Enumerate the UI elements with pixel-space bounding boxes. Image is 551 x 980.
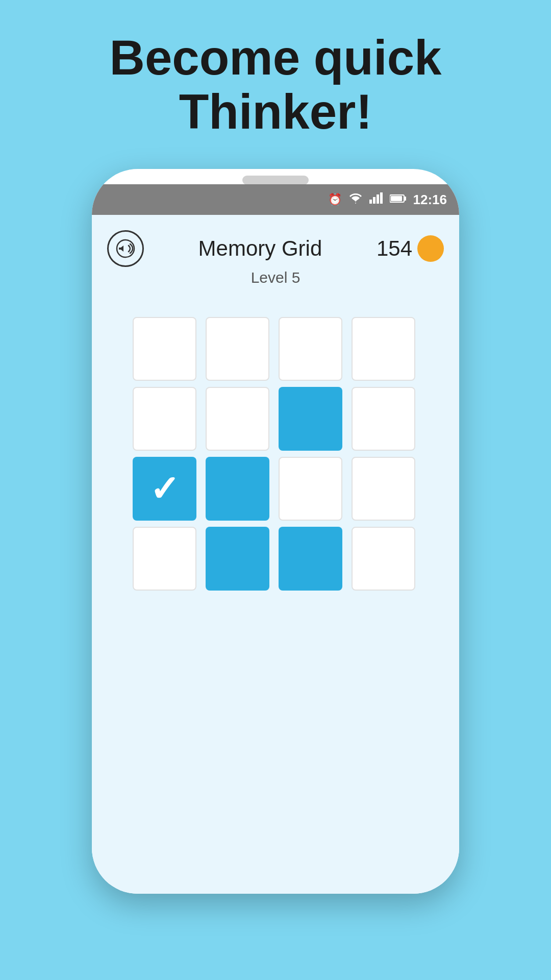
svg-rect-3 bbox=[380, 192, 383, 204]
grid-cell[interactable] bbox=[279, 317, 342, 381]
grid-cell[interactable] bbox=[352, 317, 415, 381]
battery-icon bbox=[390, 193, 406, 206]
phone-mockup: ⏰ 12:16 bbox=[92, 169, 459, 894]
app-header: Memory Grid 154 bbox=[107, 230, 444, 267]
app-title: Memory Grid bbox=[198, 236, 322, 261]
grid-cell[interactable] bbox=[352, 457, 415, 521]
checkmark-icon: ✓ bbox=[149, 471, 180, 507]
headline: Become quick Thinker! bbox=[110, 31, 442, 138]
headline-line2: Thinker! bbox=[110, 85, 442, 139]
grid-cell[interactable] bbox=[206, 387, 269, 451]
grid-cell[interactable] bbox=[133, 317, 196, 381]
svg-rect-5 bbox=[404, 197, 406, 201]
grid-cell[interactable] bbox=[279, 387, 342, 451]
status-bar: ⏰ 12:16 bbox=[92, 184, 459, 215]
svg-rect-0 bbox=[369, 200, 372, 204]
grid-cell[interactable] bbox=[206, 527, 269, 591]
memory-grid: ✓ bbox=[133, 317, 418, 591]
headline-line1: Become quick bbox=[110, 31, 442, 85]
coin-icon bbox=[417, 235, 444, 262]
grid-cell[interactable] bbox=[133, 387, 196, 451]
grid-cell[interactable] bbox=[133, 527, 196, 591]
app-content: Memory Grid 154 Level 5 ✓ bbox=[92, 215, 459, 894]
svg-rect-1 bbox=[373, 197, 375, 204]
alarm-icon: ⏰ bbox=[328, 193, 342, 206]
svg-rect-2 bbox=[377, 194, 379, 204]
grid-cell[interactable] bbox=[206, 457, 269, 521]
grid-cell[interactable] bbox=[279, 457, 342, 521]
level-label: Level 5 bbox=[251, 269, 300, 286]
svg-rect-6 bbox=[391, 196, 402, 201]
grid-cell[interactable] bbox=[352, 527, 415, 591]
sound-button[interactable] bbox=[107, 230, 144, 267]
phone-top-bar bbox=[92, 169, 459, 184]
status-time: 12:16 bbox=[413, 192, 447, 208]
grid-cell[interactable] bbox=[279, 527, 342, 591]
grid-cell[interactable] bbox=[206, 317, 269, 381]
wifi-icon bbox=[349, 192, 362, 207]
signal-icon bbox=[369, 192, 383, 207]
coins-area: 154 bbox=[377, 235, 444, 262]
coins-count: 154 bbox=[377, 236, 412, 261]
grid-cell[interactable]: ✓ bbox=[133, 457, 196, 521]
phone-speaker bbox=[242, 176, 309, 185]
sound-icon bbox=[115, 238, 136, 259]
grid-cell[interactable] bbox=[352, 387, 415, 451]
